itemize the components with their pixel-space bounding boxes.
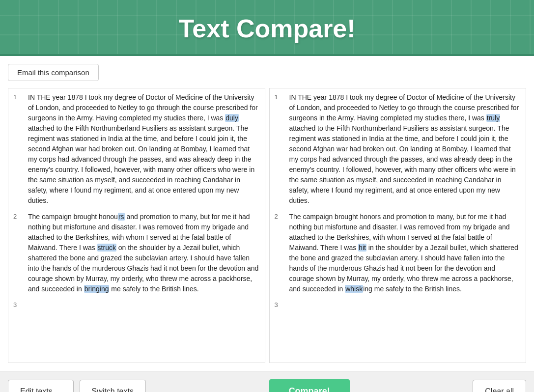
left-panel-inner: 1 IN THE year 1878 I took my degree of D… <box>8 88 265 310</box>
right-para-1-text: IN THE year 1878 I took my degree of Doc… <box>289 92 522 206</box>
line-num-right-2: 2 <box>275 212 278 222</box>
line-num-right-1: 1 <box>275 92 278 102</box>
clear-all-button[interactable]: Clear all <box>473 380 526 392</box>
highlight-truly: truly <box>486 114 500 122</box>
right-para-2-text: The campaign brought honors and promotio… <box>289 212 522 294</box>
switch-texts-button[interactable]: Switch texts <box>80 380 146 392</box>
highlight-struck: struck <box>97 244 116 252</box>
edit-texts-button[interactable]: Edit texts ... <box>8 380 74 392</box>
email-comparison-button[interactable]: Email this comparison <box>8 64 99 81</box>
right-para-2: 2 The campaign brought honors and promot… <box>289 212 522 294</box>
line-num-left-3: 3 <box>13 300 17 310</box>
highlight-hit: hit <box>358 244 366 252</box>
right-panel: 1 IN THE year 1878 I took my degree of D… <box>269 88 527 363</box>
app-header: Text Compare! <box>0 0 534 56</box>
main-container: Email this comparison 1 IN THE year 1878… <box>0 56 534 371</box>
line-num-left-1: 1 <box>13 92 17 102</box>
highlight-duly: duly <box>225 114 239 122</box>
left-panel: 1 IN THE year 1878 I took my degree of D… <box>8 88 265 363</box>
app-title: Text Compare! <box>0 14 534 43</box>
left-para-1: 1 IN THE year 1878 I took my degree of D… <box>28 92 261 206</box>
left-para-2-text: The campaign brought honours and promoti… <box>28 212 261 294</box>
right-panel-inner: 1 IN THE year 1878 I took my degree of D… <box>270 88 526 310</box>
footer-left-buttons: Edit texts ... Switch texts <box>8 380 146 392</box>
highlight-whisk: whisk <box>345 285 363 293</box>
line-num-left-2: 2 <box>13 212 17 222</box>
left-para-1-text: IN THE year 1878 I took my degree of Doc… <box>28 92 261 206</box>
highlight-rs: rs <box>118 213 125 221</box>
compare-button[interactable]: Compare! <box>269 379 350 392</box>
highlight-bringing: bringing <box>84 285 110 293</box>
footer-bar: Edit texts ... Switch texts Compare! Cle… <box>0 371 534 392</box>
right-para-1: 1 IN THE year 1878 I took my degree of D… <box>289 92 522 206</box>
line-num-right-3: 3 <box>275 300 278 310</box>
left-para-2: 2 The campaign brought honours and promo… <box>28 212 261 294</box>
panels-container: 1 IN THE year 1878 I took my degree of D… <box>8 88 526 363</box>
